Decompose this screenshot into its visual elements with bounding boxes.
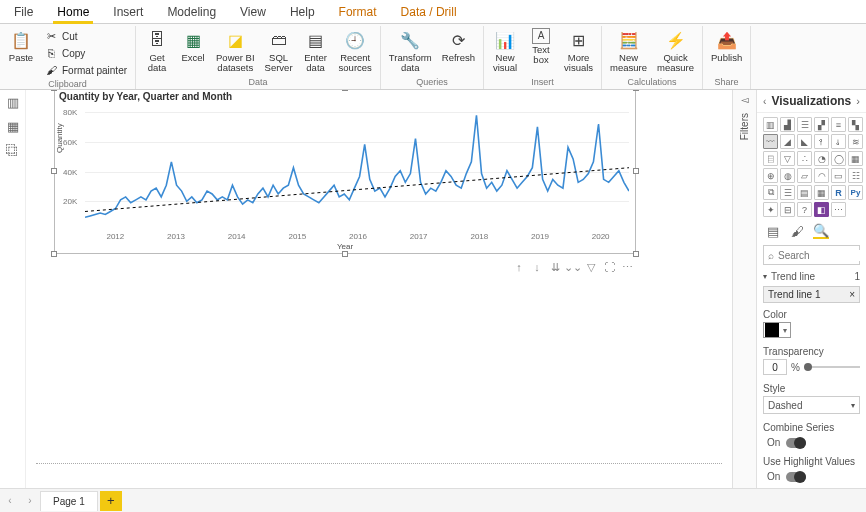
vis-key-influencers[interactable]: ✦ [763,202,778,217]
color-picker[interactable]: ▾ [763,322,791,338]
vis-slicer[interactable]: ☰ [780,185,795,200]
tab-format[interactable]: Format [327,1,389,23]
style-select[interactable]: Dashed▾ [763,396,860,414]
prev-page-button[interactable]: ‹ [0,491,20,511]
resize-handle[interactable] [633,90,639,91]
vis-import[interactable]: ⋯ [831,202,846,217]
excel-button[interactable]: ▦Excel [176,26,210,76]
search-input[interactable] [778,250,866,261]
transparency-slider[interactable] [804,366,860,368]
combine-toggle[interactable] [786,438,806,448]
page-tab[interactable]: Page 1 [40,491,98,511]
resize-handle[interactable] [51,90,57,91]
cut-button[interactable]: ✂Cut [40,28,131,44]
vis-stacked-area[interactable]: ◣ [797,134,812,149]
vis-stacked-column[interactable]: ▟ [780,117,795,132]
publish-button[interactable]: 📤Publish [707,26,746,76]
model-view-icon[interactable]: ⿻ [5,142,21,158]
more-visuals-button[interactable]: ⊞More visuals [560,26,597,76]
resize-handle[interactable] [342,90,348,91]
vis-filled-map[interactable]: ◍ [780,168,795,183]
transform-data-button[interactable]: 🔧Transform data [385,26,436,76]
vis-line[interactable]: 〰 [763,134,778,149]
vis-python[interactable]: Py [848,185,863,200]
focus-icon[interactable]: ⛶ [603,261,615,273]
vis-line-clustered[interactable]: ⫰ [831,134,846,149]
next-page-button[interactable]: › [20,491,40,511]
chevron-left-icon[interactable]: ◅ [741,94,749,105]
refresh-button[interactable]: ⟳Refresh [438,26,479,76]
vis-donut[interactable]: ◯ [831,151,846,166]
vis-qna[interactable]: ? [797,202,812,217]
filters-pane-collapsed[interactable]: ◅ Filters [732,90,756,488]
resize-handle[interactable] [51,251,57,257]
vis-scatter[interactable]: ∴ [797,151,812,166]
vis-stacked-bar[interactable]: ▥ [763,117,778,132]
pbi-datasets-button[interactable]: ◪Power BI datasets [212,26,259,76]
report-canvas[interactable]: Quantity by Year, Quarter and Month Quan… [26,90,732,488]
report-view-icon[interactable]: ▥ [5,94,21,110]
tab-insert[interactable]: Insert [101,1,155,23]
vis-multi-card[interactable]: ☷ [848,168,863,183]
copy-button[interactable]: ⎘Copy [40,45,131,61]
enter-data-button[interactable]: ▤Enter data [299,26,333,76]
data-view-icon[interactable]: ▦ [5,118,21,134]
vis-card[interactable]: ▭ [831,168,846,183]
vis-area[interactable]: ◢ [780,134,795,149]
search-box[interactable]: ⌕ [763,245,860,265]
tab-file[interactable]: File [2,1,45,23]
resize-handle[interactable] [633,168,639,174]
text-box-button[interactable]: AText box [524,26,558,76]
highlight-toggle[interactable] [786,472,806,482]
add-page-button[interactable]: + [100,491,122,511]
vis-clustered-bar[interactable]: ☰ [797,117,812,132]
vis-treemap[interactable]: ▦ [848,151,863,166]
slider-thumb[interactable] [804,363,812,371]
tab-data-drill[interactable]: Data / Drill [389,1,469,23]
resize-handle[interactable] [51,168,57,174]
tab-home[interactable]: Home [45,1,101,23]
vis-decomposition[interactable]: ⊟ [780,202,795,217]
quick-measure-button[interactable]: ⚡Quick measure [653,26,698,76]
expand-icon[interactable]: ⌄⌄ [567,261,579,273]
resize-handle[interactable] [342,251,348,257]
drill-next-icon[interactable]: ⇊ [549,261,561,273]
format-painter-button[interactable]: 🖌Format painter [40,62,131,78]
vis-ribbon[interactable]: ≋ [848,134,863,149]
format-icon[interactable]: 🖌 [789,223,805,239]
vis-custom[interactable]: ◧ [814,202,829,217]
vis-matrix[interactable]: ▦ [814,185,829,200]
drill-down-icon[interactable]: ↓ [531,261,543,273]
vis-gauge[interactable]: ◠ [814,168,829,183]
new-visual-button[interactable]: 📊New visual [488,26,522,76]
analytics-icon[interactable]: 🔍 [813,223,829,239]
tab-help[interactable]: Help [278,1,327,23]
trend-line-section[interactable]: ▾ Trend line 1 [757,267,866,284]
vis-kpi[interactable]: ⧉ [763,185,778,200]
vis-shape-map[interactable]: ▱ [797,168,812,183]
vis-line-column[interactable]: ⫯ [814,134,829,149]
new-measure-button[interactable]: 🧮New measure [606,26,651,76]
filter-icon[interactable]: ▽ [585,261,597,273]
recent-sources-button[interactable]: 🕘Recent sources [335,26,376,76]
vis-r[interactable]: R [831,185,846,200]
drill-up-icon[interactable]: ↑ [513,261,525,273]
chevron-right-icon[interactable]: › [856,95,860,107]
vis-waterfall[interactable]: ⌸ [763,151,778,166]
resize-handle[interactable] [633,251,639,257]
trend-line-item[interactable]: Trend line 1 × [763,286,860,303]
tab-modeling[interactable]: Modeling [155,1,228,23]
remove-icon[interactable]: × [849,289,855,300]
chevron-left-icon[interactable]: ‹ [763,96,766,107]
vis-pie[interactable]: ◔ [814,151,829,166]
line-chart-visual[interactable]: Quantity by Year, Quarter and Month Quan… [54,90,636,254]
get-data-button[interactable]: 🗄Get data [140,26,174,76]
fields-icon[interactable]: ▤ [765,223,781,239]
vis-100-column[interactable]: ▚ [848,117,863,132]
tab-view[interactable]: View [228,1,278,23]
paste-button[interactable]: 📋Paste [4,26,38,78]
vis-table[interactable]: ▤ [797,185,812,200]
more-options-icon[interactable]: ⋯ [621,261,633,273]
vis-100-bar[interactable]: ≡ [831,117,846,132]
vis-clustered-column[interactable]: ▞ [814,117,829,132]
